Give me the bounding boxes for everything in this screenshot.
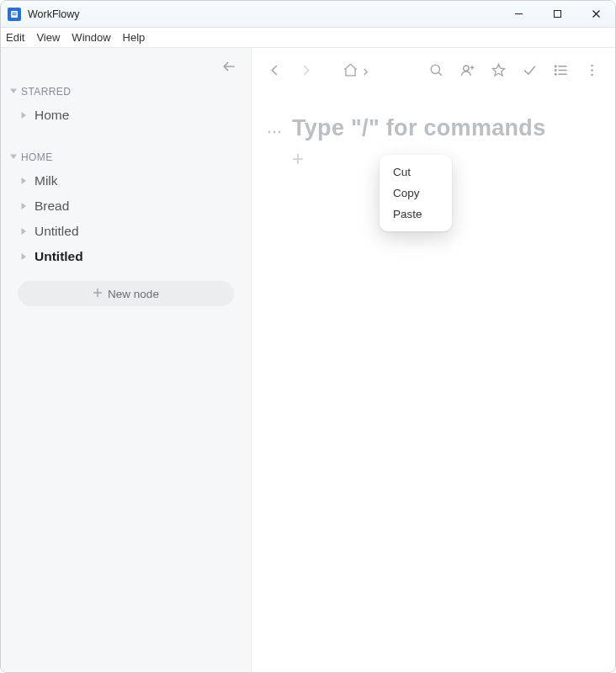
svg-point-27 [555,70,556,72]
menu-window[interactable]: Window [72,31,110,44]
chevron-right-icon [362,68,369,76]
svg-marker-9 [22,112,27,119]
chevron-right-icon [19,224,28,239]
new-node-label: New node [108,288,159,300]
home-icon [343,62,358,81]
sidebar-item-untitled-1[interactable]: Untitled [1,219,251,244]
toolbar [267,60,600,83]
drag-handle-icon[interactable] [267,124,282,137]
minimize-button[interactable] [499,1,538,27]
svg-marker-14 [22,253,27,260]
section-label: STARRED [21,86,71,98]
nav-back-button[interactable] [267,62,283,81]
chevron-down-icon [9,151,18,163]
context-menu: Cut Copy Paste [380,155,452,231]
chevron-right-icon [19,249,28,264]
context-menu-copy[interactable]: Copy [380,183,452,204]
svg-point-29 [591,65,593,67]
sidebar: STARRED Home HOME Milk Bread Untitled Un… [1,48,252,673]
sidebar-item-untitled-2[interactable]: Untitled [1,244,251,269]
menubar: Edit View Window Help [1,28,615,48]
plus-icon [93,288,103,300]
list-view-button[interactable] [553,62,569,81]
svg-point-30 [591,69,593,72]
svg-rect-4 [554,11,560,18]
sidebar-item-home[interactable]: Home [1,103,251,128]
more-button[interactable] [584,62,600,81]
chevron-down-icon [9,86,18,98]
main-pane: Type "/" for commands [252,48,615,673]
new-node-button[interactable]: New node [18,281,234,306]
window-title: WorkFlowy [28,8,80,20]
section-label: HOME [21,151,53,163]
sidebar-item-label: Bread [35,199,69,214]
svg-marker-10 [10,155,17,160]
svg-line-18 [438,72,442,76]
sidebar-item-label: Untitled [35,249,83,264]
section-header-starred[interactable]: STARRED [1,77,251,103]
close-button[interactable] [576,1,615,27]
star-button[interactable] [491,62,507,81]
menu-help[interactable]: Help [123,31,146,44]
context-menu-cut[interactable]: Cut [380,162,452,183]
app-icon [8,8,21,21]
svg-marker-22 [492,64,504,76]
svg-point-31 [591,74,593,77]
menu-edit[interactable]: Edit [6,31,24,44]
svg-point-17 [431,65,439,73]
section-header-home[interactable]: HOME [1,143,251,168]
search-button[interactable] [428,62,444,81]
svg-marker-8 [10,89,17,94]
complete-button[interactable] [522,62,538,81]
svg-rect-2 [13,14,17,15]
sidebar-item-label: Milk [35,173,58,188]
maximize-button[interactable] [538,1,576,27]
window-controls [499,1,615,27]
title-placeholder[interactable]: Type "/" for commands [292,115,600,141]
svg-marker-12 [22,203,27,209]
context-menu-paste[interactable]: Paste [380,204,452,225]
svg-point-33 [273,131,276,134]
svg-point-19 [464,66,469,71]
sidebar-item-label: Untitled [35,224,79,239]
svg-point-32 [268,131,271,134]
content-area: STARRED Home HOME Milk Bread Untitled Un… [1,48,615,673]
sidebar-item-label: Home [35,108,69,123]
chevron-right-icon [19,173,28,188]
svg-point-26 [555,66,556,67]
share-button[interactable] [459,62,475,81]
svg-marker-11 [22,178,27,184]
svg-point-34 [279,131,281,134]
sidebar-item-bread[interactable]: Bread [1,193,251,219]
chevron-right-icon [19,199,28,214]
svg-point-28 [555,73,556,75]
menu-view[interactable]: View [36,31,60,44]
chevron-right-icon [19,108,28,123]
titlebar: WorkFlowy [1,1,615,28]
svg-marker-13 [22,228,27,235]
sidebar-collapse-button[interactable] [220,58,237,77]
breadcrumb[interactable] [343,62,369,81]
sidebar-item-milk[interactable]: Milk [1,168,251,193]
svg-rect-1 [13,13,17,13]
nav-forward-button[interactable] [298,62,314,81]
